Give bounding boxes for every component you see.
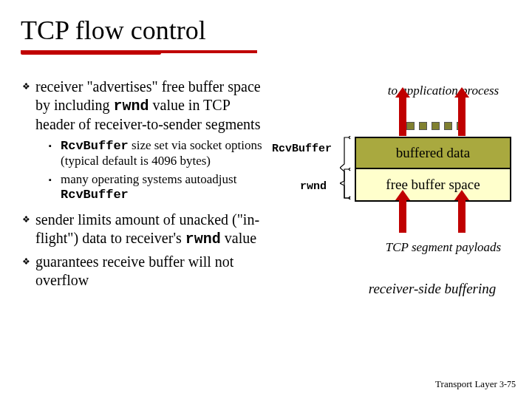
bullet-item: ❖ sender limits amount of unacked ("in-f… <box>22 211 266 248</box>
bullet-item: ❖ guarantees receive buffer will not ove… <box>22 253 266 290</box>
slide-title: TCP flow control <box>21 15 206 46</box>
rcvbuffer-label: RcvBuffer <box>272 143 332 155</box>
bullet-list: ❖ receiver "advertises" free buffer spac… <box>22 78 266 294</box>
tick-icon <box>419 122 427 130</box>
title-underline-accent <box>21 50 161 55</box>
tick-icon <box>432 122 440 130</box>
square-bullet-icon: ▪ <box>49 138 61 150</box>
data-ticks <box>406 122 466 137</box>
slide-footer: Transport Layer 3-75 <box>435 378 516 390</box>
square-bullet-icon: ▪ <box>49 172 61 184</box>
diamond-bullet-icon: ❖ <box>22 78 35 92</box>
rwnd-label: rwnd <box>300 180 327 193</box>
tick-icon <box>406 122 415 130</box>
diamond-bullet-icon: ❖ <box>22 211 35 225</box>
chapter-label: Transport Layer <box>435 378 497 389</box>
arrow-up-icon <box>458 98 466 136</box>
arrow-up-icon <box>399 200 406 233</box>
sub-bullet-item: ▪ RcvBuffer size set via socket options … <box>49 138 266 169</box>
bracket-icon <box>340 168 352 200</box>
sub-bullet-text: many operating systems autoadjust RcvBuf… <box>61 172 266 203</box>
bullet-text: sender limits amount of unacked ("in-fli… <box>35 211 266 248</box>
sub-bullet-list: ▪ RcvBuffer size set via socket options … <box>49 138 266 203</box>
arrow-up-icon <box>399 98 406 136</box>
buffer-diagram: to application process buffered data fre… <box>273 78 517 307</box>
sub-bullet-item: ▪ many operating systems autoadjust RcvB… <box>49 172 266 203</box>
page-number: 3-75 <box>499 379 516 389</box>
bullet-text: receiver "advertises" free buffer space … <box>35 78 266 134</box>
buffered-data-region: buffered data <box>356 138 510 169</box>
diagram-caption: receiver-side buffering <box>351 281 514 297</box>
sub-bullet-text: RcvBuffer size set via socket options (t… <box>61 138 266 169</box>
segment-payloads-label: TCP segment payloads <box>369 240 517 255</box>
buffer-box: buffered data free buffer space <box>355 137 511 202</box>
tick-icon <box>444 122 452 130</box>
bullet-text: guarantees receive buffer will not overf… <box>35 253 266 290</box>
bullet-item: ❖ receiver "advertises" free buffer spac… <box>22 78 266 134</box>
diamond-bullet-icon: ❖ <box>22 253 35 267</box>
free-space-region: free buffer space <box>356 169 510 200</box>
arrow-up-icon <box>458 200 466 233</box>
